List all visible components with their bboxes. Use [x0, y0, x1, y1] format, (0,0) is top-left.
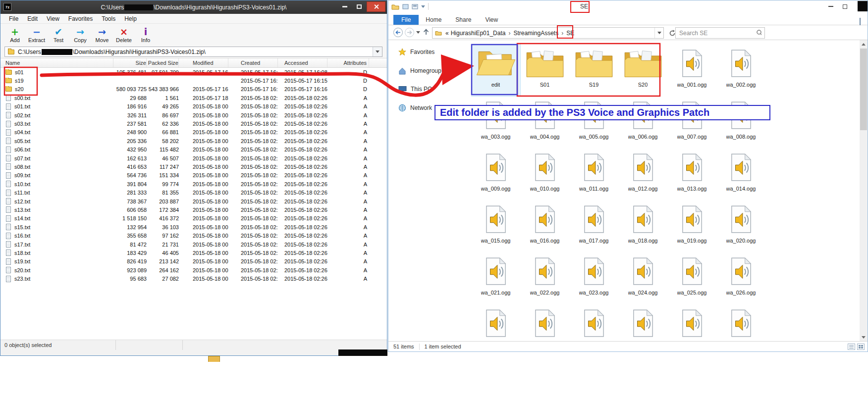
column-header-accessed[interactable]: Accessed [278, 58, 327, 67]
column-header-created[interactable]: Created [228, 58, 278, 67]
table-row[interactable]: s07.txt162 61346 5072015-05-18 00:322015… [0, 154, 387, 162]
table-row[interactable]: s19.txt826 419213 1422015-05-18 00:32201… [0, 257, 387, 266]
file-item[interactable]: wa_021.ogg [471, 252, 520, 304]
file-item[interactable]: wa_008.ogg [716, 96, 765, 148]
toolbar-button-test[interactable]: ✔Test [48, 26, 69, 43]
tab-home[interactable]: Home [419, 15, 448, 25]
minimize-button[interactable] [338, 1, 351, 12]
recent-locations-icon[interactable] [416, 31, 420, 34]
file-item[interactable] [520, 304, 569, 341]
file-item[interactable]: wa_002.ogg [716, 44, 765, 96]
file-item[interactable]: wa_020.ogg [716, 200, 765, 252]
table-row[interactable]: s03.txt237 58162 3362015-05-18 00:322015… [0, 119, 387, 128]
tab-file[interactable]: File [393, 15, 419, 25]
folder-item[interactable]: S19 [569, 44, 618, 96]
maximize-button[interactable] [352, 1, 366, 12]
table-row[interactable]: s14.txt1 518 150416 3722015-05-18 00:322… [0, 214, 387, 223]
sidebar-item-this-pc[interactable]: This PC [398, 84, 432, 94]
file-item[interactable]: wa_014.ogg [716, 148, 765, 200]
7zip-titlebar[interactable]: 7z C:\Users\Downloads\Higurashi\Higurash… [0, 0, 387, 14]
table-row[interactable]: s05.txt205 33658 2022015-05-18 00:322015… [0, 137, 387, 145]
address-dropdown-button[interactable] [373, 47, 382, 56]
file-item[interactable]: wa_025.ogg [667, 252, 716, 304]
file-item[interactable]: wa_010.ogg [520, 148, 569, 200]
qat-customize-icon[interactable] [421, 5, 425, 8]
table-row[interactable]: s10.txt391 80499 7742015-05-18 00:322015… [0, 180, 387, 188]
breadcrumb[interactable]: « HigurashiEp01_Data › StreamingAssets ›… [432, 27, 664, 39]
thumbnail-view-button[interactable] [857, 344, 865, 350]
breadcrumb-item[interactable]: StreamingAssets [512, 30, 559, 37]
menu-item-favorites[interactable]: Favorites [64, 14, 97, 23]
new-folder-icon[interactable] [402, 3, 409, 9]
table-row[interactable]: s08.txt416 653117 2472015-05-18 00:32201… [0, 162, 387, 171]
minimize-button[interactable] [823, 1, 838, 11]
table-row[interactable]: s20.txt923 089264 1622015-05-18 00:32201… [0, 266, 387, 274]
toolbar-button-copy[interactable]: →Copy [70, 26, 91, 43]
table-row[interactable]: s06.txt432 950115 4822015-05-18 00:32201… [0, 146, 387, 154]
toolbar-button-info[interactable]: iInfo [135, 26, 156, 43]
table-row[interactable]: s09.txt564 736151 3342015-05-18 00:32201… [0, 171, 387, 180]
file-item[interactable]: wa_016.ogg [520, 200, 569, 252]
search-input[interactable] [676, 30, 756, 37]
file-item[interactable]: wa_026.ogg [716, 252, 765, 304]
menu-item-file[interactable]: File [4, 14, 23, 23]
table-row[interactable]: s23.txt95 68327 0822015-05-18 00:322015-… [0, 274, 387, 283]
explorer-titlebar[interactable]: SE [388, 0, 868, 14]
column-header-attributes[interactable]: Attributes [327, 58, 369, 67]
file-item[interactable] [569, 304, 618, 341]
file-item[interactable]: wa_018.ogg [618, 200, 667, 252]
file-item[interactable] [667, 304, 716, 341]
menu-item-edit[interactable]: Edit [23, 14, 42, 23]
breadcrumb-item-current[interactable]: SE [565, 30, 575, 37]
toolbar-button-extract[interactable]: −Extract [26, 26, 47, 43]
column-header-packed-size[interactable]: Packed Size [147, 58, 179, 67]
column-header-name[interactable]: Name [0, 58, 113, 67]
table-row[interactable]: s12.txt738 367203 8872015-05-18 00:32201… [0, 197, 387, 205]
scroll-up-button[interactable] [860, 40, 868, 48]
file-item[interactable]: wa_009.ogg [471, 148, 520, 200]
file-item[interactable]: wa_019.ogg [667, 200, 716, 252]
menu-item-help[interactable]: Help [120, 14, 141, 23]
sidebar-item-favorites[interactable]: Favorites [398, 47, 434, 57]
file-item[interactable]: wa_013.ogg [667, 148, 716, 200]
toolbar-button-add[interactable]: +Add [4, 26, 25, 43]
menu-item-view[interactable]: View [42, 14, 64, 23]
sidebar-item-homegroup[interactable]: Homegroup [398, 66, 441, 76]
table-row[interactable]: s192015-05-17 16:142015-05-17 16:15D [0, 76, 387, 85]
up-button[interactable] [422, 28, 430, 38]
file-item[interactable]: wa_012.ogg [618, 148, 667, 200]
table-row[interactable]: s16.txt355 65897 1622015-05-18 00:322015… [0, 231, 387, 240]
forward-button[interactable] [405, 28, 414, 37]
file-item[interactable] [471, 304, 520, 341]
table-row[interactable]: s00.txt29 6881 5612015-05-17 18:152015-0… [0, 94, 387, 102]
back-button[interactable] [393, 28, 403, 37]
table-row[interactable]: s11.txt281 33381 3552015-05-18 00:322015… [0, 188, 387, 197]
table-row[interactable]: s13.txt606 058172 3842015-05-18 00:32201… [0, 205, 387, 214]
file-item[interactable]: wa_004.ogg [520, 96, 569, 148]
breadcrumb-ellipsis[interactable]: « [444, 30, 450, 37]
search-box[interactable] [675, 27, 765, 39]
scrollbar-thumb[interactable] [860, 49, 867, 130]
table-row[interactable]: s18.txt183 42946 4052015-05-18 00:322015… [0, 248, 387, 257]
tab-view[interactable]: View [478, 15, 505, 25]
properties-icon[interactable] [412, 3, 418, 9]
folder-item[interactable]: S01 [520, 44, 569, 96]
folder-item[interactable]: S20 [618, 44, 667, 96]
address-dropdown-button[interactable] [654, 28, 663, 38]
scrollbar[interactable] [860, 40, 868, 341]
details-view-button[interactable] [848, 344, 855, 350]
toolbar-button-delete[interactable]: ×Delete [113, 26, 134, 43]
table-row[interactable]: s04.txt248 90066 8812015-05-18 00:322015… [0, 128, 387, 137]
file-item[interactable]: wa_015.ogg [471, 200, 520, 252]
table-row[interactable]: s01105 376 48197 591 7092015-05-17 16:08… [0, 68, 387, 76]
column-header-size[interactable]: Size [113, 58, 147, 67]
file-item[interactable]: wa_006.ogg [618, 96, 667, 148]
column-header-modified[interactable]: Modified [179, 58, 228, 67]
file-item[interactable]: wa_005.ogg [569, 96, 618, 148]
table-row[interactable]: s20580 093 725543 383 9662015-05-17 16:1… [0, 85, 387, 94]
address-bar[interactable]: C:\Users\Downloads\Higurashi\HigurashiPS… [4, 47, 382, 57]
sidebar-item-network[interactable]: Network [398, 103, 432, 113]
file-item[interactable]: wa_003.ogg [471, 96, 520, 148]
file-item[interactable]: wa_024.ogg [618, 252, 667, 304]
toolbar-button-move[interactable]: →Move [92, 26, 112, 43]
